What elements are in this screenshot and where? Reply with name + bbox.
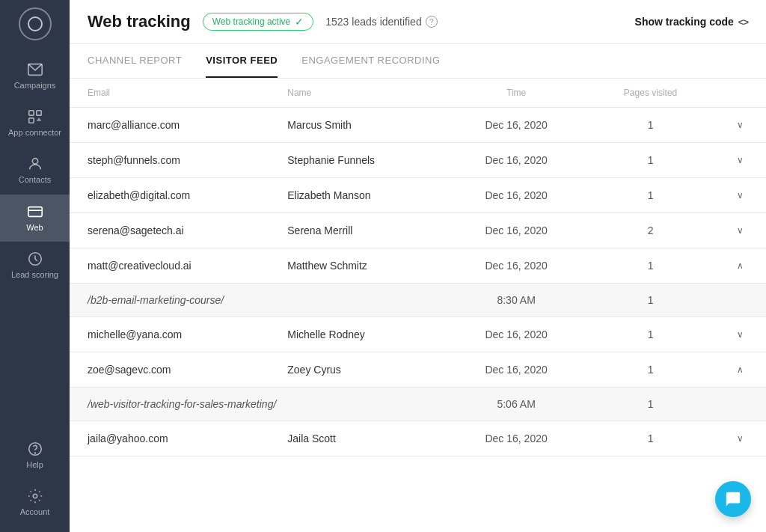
svg-point-0 bbox=[28, 17, 42, 31]
expand-button[interactable]: ∨ bbox=[732, 224, 748, 237]
tab-engagement-recording[interactable]: ENGAGEMENT RECORDING bbox=[301, 44, 440, 78]
row-time: Dec 16, 2020 bbox=[446, 421, 586, 456]
sidebar-label-campaigns: Campaigns bbox=[14, 81, 56, 91]
sidebar-item-account[interactable]: Account bbox=[0, 479, 70, 526]
row-chevron-cell: ∧ bbox=[714, 248, 766, 284]
svg-rect-3 bbox=[36, 111, 40, 115]
visitor-feed-table: Email Name Time Pages visited marc@allia… bbox=[70, 79, 766, 532]
web-icon bbox=[27, 204, 43, 220]
row-time: Dec 16, 2020 bbox=[446, 317, 586, 352]
sidebar-label-app-connector: App connector bbox=[8, 128, 61, 138]
tab-channel-report[interactable]: CHANNEL REPORT bbox=[88, 44, 182, 78]
table-row: matt@creativecloud.ai Matthew Schmitz De… bbox=[70, 248, 766, 284]
show-tracking-button[interactable]: Show tracking code <> bbox=[635, 16, 748, 28]
sidebar-item-lead-scoring[interactable]: Lead scoring bbox=[0, 242, 70, 289]
sub-row-time: 8:30 AM bbox=[446, 284, 586, 317]
sidebar-label-contacts: Contacts bbox=[19, 175, 51, 185]
svg-rect-4 bbox=[28, 118, 33, 123]
row-chevron-cell: ∨ bbox=[714, 213, 766, 248]
code-brackets-icon: <> bbox=[738, 16, 748, 28]
expand-button[interactable]: ∨ bbox=[732, 328, 748, 341]
tracking-badge-label: Web tracking active bbox=[212, 16, 291, 27]
svg-point-11 bbox=[33, 494, 37, 498]
row-email: jaila@yahoo.com bbox=[70, 421, 269, 456]
row-time: Dec 16, 2020 bbox=[446, 248, 586, 284]
row-pages: 1 bbox=[586, 421, 714, 456]
col-header-pages: Pages visited bbox=[586, 79, 714, 108]
row-name: Michelle Rodney bbox=[269, 317, 446, 352]
row-chevron-cell: ∨ bbox=[714, 143, 766, 178]
sub-row-path: /b2b-email-marketing-course/ bbox=[70, 284, 446, 317]
table-row: jaila@yahoo.com Jaila Scott Dec 16, 2020… bbox=[70, 421, 766, 456]
row-email: michelle@yana.com bbox=[70, 317, 269, 352]
expand-button[interactable]: ∨ bbox=[732, 118, 748, 132]
table-sub-row: /b2b-email-marketing-course/ 8:30 AM 1 bbox=[70, 284, 766, 317]
sidebar-label-account: Account bbox=[20, 507, 50, 517]
show-tracking-label: Show tracking code bbox=[635, 16, 734, 28]
table-row: zoe@sagevc.com Zoey Cyrus Dec 16, 2020 1… bbox=[70, 352, 766, 388]
expand-button[interactable]: ∧ bbox=[732, 259, 748, 272]
sub-row-pages: 1 bbox=[586, 388, 714, 421]
col-header-email: Email bbox=[70, 79, 269, 108]
table-row: marc@alliance.com Marcus Smith Dec 16, 2… bbox=[70, 108, 766, 143]
table-row: michelle@yana.com Michelle Rodney Dec 16… bbox=[70, 317, 766, 352]
row-pages: 1 bbox=[586, 178, 714, 213]
expand-button[interactable]: ∨ bbox=[732, 153, 748, 167]
row-email: matt@creativecloud.ai bbox=[70, 248, 269, 284]
sub-row-chevron-cell bbox=[714, 284, 766, 317]
row-chevron-cell: ∨ bbox=[714, 317, 766, 352]
table-sub-row: /web-visitor-tracking-for-sales-marketin… bbox=[70, 388, 766, 421]
main-content: Web tracking Web tracking active ✓ 1523 … bbox=[70, 0, 766, 532]
tracking-badge: Web tracking active ✓ bbox=[203, 13, 314, 31]
sidebar-label-web: Web bbox=[26, 223, 43, 233]
account-icon bbox=[27, 488, 43, 504]
sidebar-item-web[interactable]: Web bbox=[0, 195, 70, 242]
row-email: marc@alliance.com bbox=[70, 108, 269, 143]
row-time: Dec 16, 2020 bbox=[446, 143, 586, 178]
row-name: Marcus Smith bbox=[269, 108, 446, 143]
leads-count: 1523 leads identified ? bbox=[325, 16, 437, 28]
sidebar-item-contacts[interactable]: Contacts bbox=[0, 147, 70, 194]
chat-icon bbox=[725, 491, 741, 507]
row-time: Dec 16, 2020 bbox=[446, 108, 586, 143]
sidebar-label-lead-scoring: Lead scoring bbox=[11, 270, 58, 280]
row-chevron-cell: ∧ bbox=[714, 352, 766, 388]
info-icon[interactable]: ? bbox=[426, 16, 438, 28]
expand-button[interactable]: ∧ bbox=[732, 363, 748, 376]
sub-row-pages: 1 bbox=[586, 284, 714, 317]
row-pages: 1 bbox=[586, 143, 714, 178]
app-connector-icon bbox=[27, 108, 43, 125]
row-email: elizabeth@digital.com bbox=[70, 178, 269, 213]
chat-button[interactable] bbox=[715, 481, 751, 517]
row-time: Dec 16, 2020 bbox=[446, 178, 586, 213]
row-name: Matthew Schmitz bbox=[269, 248, 446, 284]
sidebar-item-campaigns[interactable]: Campaigns bbox=[0, 52, 70, 100]
row-chevron-cell: ∨ bbox=[714, 421, 766, 456]
row-pages: 1 bbox=[586, 248, 714, 284]
table-row: elizabeth@digital.com Elizabeth Manson D… bbox=[70, 178, 766, 213]
col-header-time: Time bbox=[446, 79, 586, 108]
row-name: Elizabeth Manson bbox=[269, 178, 446, 213]
sidebar-item-app-connector[interactable]: App connector bbox=[0, 100, 70, 147]
row-time: Dec 16, 2020 bbox=[446, 352, 586, 388]
row-pages: 1 bbox=[586, 108, 714, 143]
sidebar-item-help[interactable]: Help bbox=[0, 432, 70, 479]
lead-scoring-icon bbox=[27, 251, 43, 267]
row-name: Stephanie Funnels bbox=[269, 143, 446, 178]
row-pages: 1 bbox=[586, 352, 714, 388]
contacts-icon bbox=[27, 156, 43, 172]
svg-point-10 bbox=[34, 453, 35, 453]
expand-button[interactable]: ∨ bbox=[732, 432, 748, 445]
tab-visitor-feed[interactable]: VISITOR FEED bbox=[206, 44, 278, 78]
sidebar-label-help: Help bbox=[26, 460, 43, 470]
row-email: serena@sagetech.ai bbox=[70, 213, 269, 248]
col-header-chevron bbox=[714, 79, 766, 108]
header: Web tracking Web tracking active ✓ 1523 … bbox=[70, 0, 766, 44]
row-chevron-cell: ∨ bbox=[714, 178, 766, 213]
row-name: Jaila Scott bbox=[269, 421, 446, 456]
page-title: Web tracking bbox=[88, 12, 191, 31]
row-chevron-cell: ∨ bbox=[714, 108, 766, 143]
expand-button[interactable]: ∨ bbox=[732, 189, 748, 202]
row-time: Dec 16, 2020 bbox=[446, 213, 586, 248]
sub-row-chevron-cell bbox=[714, 388, 766, 421]
